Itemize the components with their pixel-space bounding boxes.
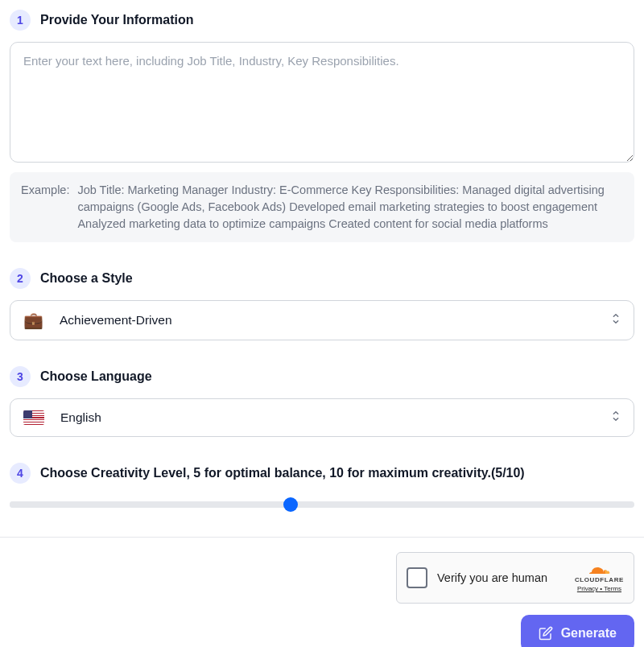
section-creativity: 4 Choose Creativity Level, 5 for optimal… [10,463,634,511]
info-textarea[interactable] [10,42,634,163]
footer: Verify you are human CLOUDFLARE Privacy … [10,552,634,647]
step3-badge: 3 [10,366,31,387]
briefcase-icon: 💼 [23,312,43,328]
step1-title: Provide Your Information [40,13,194,27]
slider-fill [10,501,291,508]
captcha-brand: CLOUDFLARE Privacy • Terms [575,563,624,592]
example-text: Job Title: Marketing Manager Industry: E… [77,182,623,233]
edit-icon [539,626,553,641]
example-box: Example: Job Title: Marketing Manager In… [10,172,634,242]
captcha-label: Verify you are human [437,571,565,584]
step3-title: Choose Language [40,369,152,384]
section-info: 1 Provide Your Information Example: Job … [10,10,634,242]
step4-title: Choose Creativity Level, 5 for optimal b… [40,466,525,480]
section-language: 3 Choose Language English [10,366,634,437]
example-label: Example: [21,182,69,199]
slider-track [10,501,634,508]
chevron-updown-icon [611,410,621,426]
step4-badge: 4 [10,463,31,484]
creativity-slider[interactable] [10,495,634,511]
captcha-privacy-link[interactable]: Privacy [577,585,598,592]
step2-badge: 2 [10,268,31,289]
step3-header: 3 Choose Language [10,366,634,387]
step1-badge: 1 [10,10,31,31]
chevron-updown-icon [611,312,621,328]
style-selected-label: Achievement-Driven [60,313,172,328]
captcha-legal-links: Privacy • Terms [577,585,621,592]
captcha-terms-link[interactable]: Terms [604,585,621,592]
step2-header: 2 Choose a Style [10,268,634,289]
language-select[interactable]: English [10,398,634,437]
captcha-checkbox[interactable] [407,567,427,588]
step1-header: 1 Provide Your Information [10,10,634,31]
style-select[interactable]: 💼 Achievement-Driven [10,300,634,340]
divider [0,537,644,538]
step2-title: Choose a Style [40,271,133,286]
generate-button-label: Generate [561,626,617,641]
step4-header: 4 Choose Creativity Level, 5 for optimal… [10,463,634,484]
generate-button[interactable]: Generate [521,615,634,647]
section-style: 2 Choose a Style 💼 Achievement-Driven [10,268,634,340]
language-selected-label: English [60,410,101,425]
captcha-widget: Verify you are human CLOUDFLARE Privacy … [396,552,634,604]
cloudflare-wordmark: CLOUDFLARE [575,576,624,583]
us-flag-icon [23,410,44,425]
cloudflare-icon [588,563,610,575]
slider-thumb[interactable] [283,497,298,512]
